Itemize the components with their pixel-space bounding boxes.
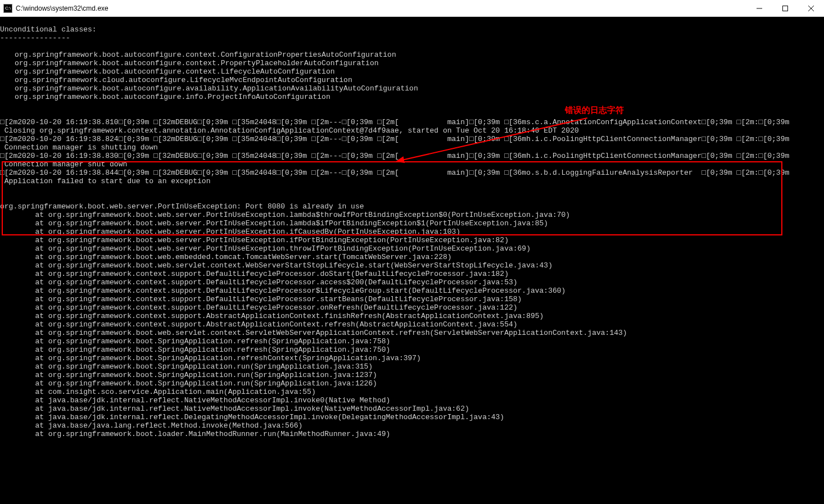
stack-trace-line: at org.springframework.context.support.D…	[0, 295, 522, 303]
stack-trace-line: at java.base/java.lang.reflect.Method.in…	[0, 421, 302, 430]
window-titlebar: C:\ C:\windows\system32\cmd.exe	[0, 0, 824, 17]
exception-header: org.springframework.boot.web.server.Port…	[0, 202, 364, 211]
console-header: Unconditional classes:	[0, 25, 97, 34]
stack-trace-line: at org.springframework.boot.SpringApplic…	[0, 337, 390, 346]
stack-trace-line: at org.springframework.boot.web.server.P…	[0, 236, 509, 244]
stack-trace-line: at org.springframework.boot.SpringApplic…	[0, 371, 377, 379]
config-class-line: org.springframework.boot.autoconfigure.c…	[0, 51, 824, 59]
stack-trace-line: at org.springframework.boot.web.server.P…	[0, 219, 548, 228]
ansi-error-block: □[2m2020-10-20 16:19:38.810□[0;39m □[32m…	[0, 118, 789, 185]
minimize-button[interactable]	[746, 0, 772, 17]
annotation-label: 错误的日志字符	[565, 105, 624, 116]
stack-trace-line: at org.springframework.boot.web.servlet.…	[0, 261, 553, 270]
stack-trace-line: at java.base/jdk.internal.reflect.Native…	[0, 405, 469, 413]
svg-rect-1	[783, 6, 788, 11]
config-class-line: org.springframework.cloud.autoconfigure.…	[0, 76, 824, 84]
stack-trace-line: at org.springframework.boot.web.embedded…	[0, 253, 452, 261]
stack-trace-line: at org.springframework.context.support.D…	[0, 287, 565, 295]
stack-trace-line: at org.springframework.context.support.D…	[0, 270, 509, 278]
config-class-line: org.springframework.boot.autoconfigure.c…	[0, 59, 824, 67]
terminal-output[interactable]: Unconditional classes: ---------------- …	[0, 17, 824, 447]
close-icon	[808, 6, 814, 11]
stack-trace-line: at org.springframework.boot.web.server.P…	[0, 244, 531, 253]
minimize-icon	[757, 6, 762, 11]
stack-trace-line: at java.base/jdk.internal.reflect.Delega…	[0, 413, 504, 421]
stack-trace-line: at org.springframework.context.support.A…	[0, 320, 518, 329]
stack-trace-line: at org.springframework.context.support.A…	[0, 312, 544, 320]
stack-trace-line: at com.insight.sco.service.Application.m…	[0, 388, 316, 396]
stack-trace-line: at org.springframework.boot.SpringApplic…	[0, 379, 377, 388]
console-divider: ----------------	[0, 34, 70, 42]
stack-trace-line: at java.base/jdk.internal.reflect.Native…	[0, 396, 390, 405]
titlebar-left: C:\ C:\windows\system32\cmd.exe	[0, 4, 108, 13]
window-title: C:\windows\system32\cmd.exe	[16, 4, 108, 12]
config-class-line: org.springframework.boot.autoconfigure.i…	[0, 93, 824, 101]
stack-trace-line: at org.springframework.boot.SpringApplic…	[0, 362, 373, 371]
maximize-icon	[782, 6, 788, 11]
config-class-line: org.springframework.boot.autoconfigure.a…	[0, 84, 824, 93]
config-class-line: org.springframework.boot.autoconfigure.c…	[0, 67, 824, 76]
maximize-button[interactable]	[772, 0, 798, 17]
stack-trace-line: at org.springframework.boot.web.server.P…	[0, 211, 570, 219]
stack-trace-line: at org.springframework.context.support.D…	[0, 303, 518, 312]
stack-trace-line: at org.springframework.boot.SpringApplic…	[0, 354, 421, 362]
stack-trace-line: at org.springframework.boot.SpringApplic…	[0, 346, 390, 354]
stack-trace-line: at org.springframework.context.support.D…	[0, 278, 518, 287]
stack-trace-line: at org.springframework.boot.loader.MainM…	[0, 430, 390, 438]
stack-trace-line: at org.springframework.boot.web.server.P…	[0, 228, 460, 236]
close-button[interactable]	[798, 0, 824, 17]
window-controls	[746, 0, 824, 17]
cmd-icon: C:\	[3, 4, 12, 13]
stack-trace-line: at org.springframework.boot.web.servlet.…	[0, 329, 627, 337]
